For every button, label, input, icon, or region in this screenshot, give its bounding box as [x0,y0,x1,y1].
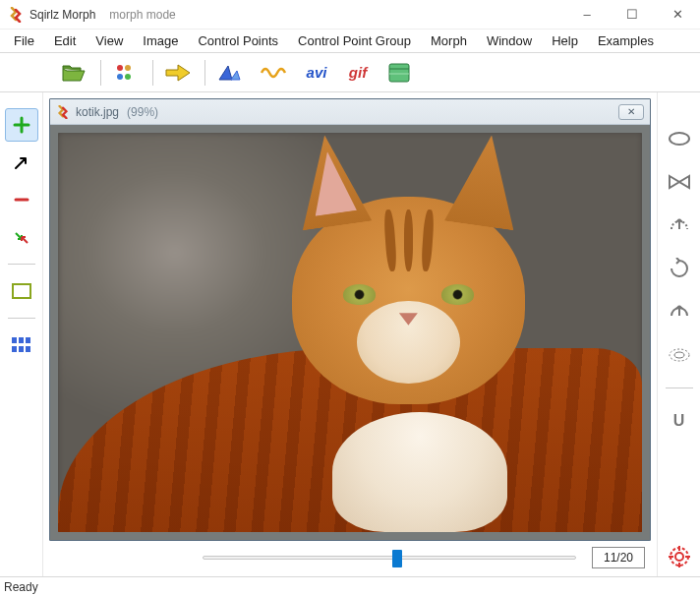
svg-rect-9 [19,337,24,343]
arc-up-button[interactable] [663,209,696,242]
svg-rect-12 [19,346,24,352]
color-dots-icon [114,63,138,83]
maximize-button[interactable]: ☐ [610,0,655,30]
arc-up-alt-button[interactable] [663,295,696,328]
menu-view[interactable]: View [86,31,133,50]
menu-control-points[interactable]: Control Points [188,31,288,50]
left-toolbar [0,92,43,576]
plus-icon [13,116,30,134]
frame-slider-row: 11/20 [49,541,651,574]
slide-button[interactable] [379,56,420,89]
child-window-body [50,125,650,540]
pair-points-button[interactable] [5,220,38,254]
frame-slider-thumb[interactable] [392,550,402,567]
move-arrow-icon [13,153,30,171]
canvas-area: kotik.jpg (99%) ✕ [43,92,657,576]
window-controls: – ☐ ✕ [564,0,700,30]
region-rect-icon [12,283,31,299]
svg-point-15 [670,349,689,361]
add-point-button[interactable] [5,108,38,142]
svg-rect-10 [26,337,30,343]
titlebar: Sqirlz Morph morph mode – ☐ ✕ [0,0,700,30]
oval-dots-button[interactable] [663,338,696,372]
arc-up-alt-icon [668,302,691,322]
statusbar: Ready [0,576,700,596]
region-rect-button[interactable] [5,274,38,308]
frame-counter: 11/20 [592,547,645,568]
rotate-icon [669,258,690,279]
wave-button[interactable] [253,56,294,89]
minus-icon [13,191,30,209]
bowtie-icon [668,174,691,190]
menubar: File Edit View Image Control Points Cont… [0,30,700,53]
app-icon [8,7,24,23]
svg-point-0 [117,65,123,71]
main-area: kotik.jpg (99%) ✕ [0,92,700,576]
svg-point-16 [674,352,684,358]
child-window-filename: kotik.jpg [76,105,119,119]
menu-examples[interactable]: Examples [588,31,664,50]
svg-rect-8 [12,337,17,343]
open-folder-button[interactable] [53,56,94,89]
menu-morph[interactable]: Morph [421,31,477,50]
target-icon [668,545,691,568]
svg-point-1 [125,65,131,71]
grid-icon [12,337,31,353]
play-arrow-button[interactable] [157,56,199,89]
move-point-button[interactable] [5,146,38,179]
wave-icon [261,64,286,82]
image-viewport[interactable] [58,133,642,532]
u-button[interactable]: U [663,404,696,438]
app-title: Sqirlz Morph [29,8,95,22]
ellipse-tool-button[interactable] [663,122,696,155]
arc-up-icon [668,215,691,235]
bowtie-tool-button[interactable] [663,165,696,199]
child-app-icon [56,105,70,119]
close-button[interactable]: ✕ [655,0,700,30]
frame-slider[interactable] [203,556,576,560]
ellipse-icon [668,131,691,147]
image-subject-head [292,197,526,404]
gif-button[interactable]: gif [337,56,379,89]
mode-label: morph mode [109,8,175,22]
resample-button[interactable] [209,56,251,89]
minimize-button[interactable]: – [564,0,610,30]
slide-icon [388,63,410,83]
avi-button[interactable]: avi [296,56,337,89]
svg-point-2 [117,74,123,80]
child-window-close-button[interactable]: ✕ [618,104,644,120]
svg-rect-11 [12,346,17,352]
svg-point-14 [670,133,689,145]
svg-rect-4 [389,64,409,82]
menu-control-point-group[interactable]: Control Point Group [288,31,421,50]
color-dots-button[interactable] [105,56,146,89]
image-child-window: kotik.jpg (99%) ✕ [49,98,651,541]
pair-arrows-icon [13,228,30,246]
target-button[interactable] [662,543,697,570]
menu-image[interactable]: Image [133,31,188,50]
child-window-titlebar[interactable]: kotik.jpg (99%) ✕ [50,99,650,125]
status-text: Ready [4,580,38,594]
right-toolbar: U [657,92,700,576]
svg-point-18 [675,553,683,561]
menu-help[interactable]: Help [542,31,588,50]
child-window-zoom: (99%) [127,105,158,119]
remove-point-button[interactable] [5,183,38,216]
menu-edit[interactable]: Edit [44,31,86,50]
svg-rect-7 [13,284,30,298]
svg-rect-13 [26,346,30,352]
grid-view-button[interactable] [5,328,38,362]
arrow-right-icon [164,63,192,83]
top-toolbar: avi gif [0,53,700,92]
menu-window[interactable]: Window [477,31,542,50]
rotate-button[interactable] [663,252,696,285]
open-folder-icon [61,63,87,83]
menu-file[interactable]: File [4,31,44,50]
oval-dots-icon [668,347,691,363]
triangles-icon [217,63,243,83]
svg-point-3 [125,74,131,80]
image-subject-chest [332,412,507,532]
